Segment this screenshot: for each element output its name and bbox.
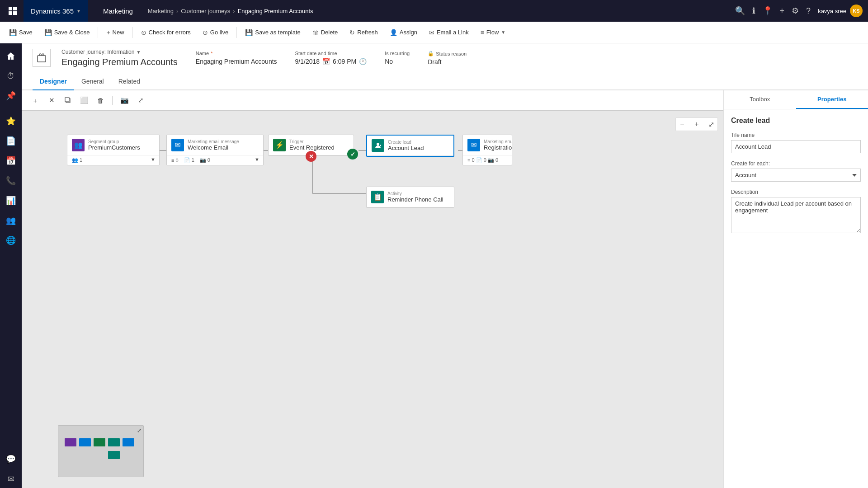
node-name-4: Account Lead (388, 145, 424, 151)
recurring-value: No (385, 58, 410, 65)
grid-menu-icon[interactable] (5, 4, 20, 18)
flow-node-trigger[interactable]: ⚡ Trigger Event Registered ✓ ✕ (268, 135, 354, 156)
node-icon-trigger: ⚡ (273, 139, 286, 151)
panel-tab-toolbox[interactable]: Toolbox (724, 90, 796, 109)
create-for-select[interactable]: Account Contact Lead (731, 169, 861, 182)
sidebar-item-messages[interactable]: 💬 (2, 450, 20, 468)
calendar-icon[interactable]: 📅 (322, 58, 330, 65)
app-title[interactable]: Dynamics 365 ▼ (24, 0, 88, 22)
node-name-3: Event Registered (289, 144, 335, 151)
save-button[interactable]: 💾 Save (4, 24, 38, 41)
sidebar-item-pin[interactable]: 📌 (2, 87, 20, 105)
mini-map-resize[interactable]: ⤢ (137, 427, 142, 434)
main-layout: ⏱ 📌 ⭐ 📄 📅 📞 📊 👥 🌐 💬 ✉ (0, 43, 868, 488)
settings-icon[interactable]: ⚙ (792, 6, 799, 16)
sidebar-item-email[interactable]: ✉ (2, 470, 20, 488)
breadcrumb-customer-journeys[interactable]: Customer journeys (181, 8, 230, 14)
save-template-button[interactable]: 💾 Save as template (240, 24, 306, 41)
fullscreen-button[interactable]: ⤢ (134, 94, 147, 107)
help-icon[interactable]: ? (806, 6, 811, 16)
breadcrumb-marketing[interactable]: Marketing (148, 8, 174, 14)
zoom-out-button[interactable]: − (676, 118, 689, 131)
node-icon-segment: 👥 (72, 139, 85, 151)
assign-button[interactable]: 👤 Assign (384, 24, 423, 41)
flow-node-registration[interactable]: ✉ Marketing em... Registration ≡ 0 📄 0 📷… (462, 135, 512, 165)
delete-button[interactable]: 🗑 Delete (307, 24, 344, 41)
svg-rect-1 (13, 7, 17, 10)
panel-content: Create lead Tile name Create for each: A… (724, 109, 868, 488)
go-live-button[interactable]: ⊙ Go live (197, 24, 234, 41)
node-name-1: PremiumCustomers (88, 144, 140, 151)
svg-rect-3 (13, 11, 17, 15)
location-icon[interactable]: 📍 (763, 6, 773, 16)
cmd-sep2 (132, 27, 133, 38)
panel-tab-properties[interactable]: Properties (796, 90, 868, 109)
email-link-button[interactable]: ✉ Email a Link (424, 24, 474, 41)
flow-button[interactable]: ≡ Flow ▼ (475, 24, 511, 41)
node-icon-email: ✉ (171, 139, 184, 151)
user-menu[interactable]: kavya sree KS (818, 5, 863, 17)
node-text-1: Segment group PremiumCustomers (88, 139, 140, 151)
recurring-label: Is recurring (385, 51, 410, 56)
entity-type-text: Customer journey: Information (61, 49, 134, 55)
cut-button[interactable]: ✕ (45, 94, 58, 107)
tabs: Designer General Related (22, 73, 868, 90)
entity-type-chevron: ▼ (136, 50, 141, 55)
sidebar-item-calendar[interactable]: 📅 (2, 152, 20, 170)
node-type-3: Trigger (289, 139, 335, 144)
clock-icon[interactable]: 🕐 (359, 58, 367, 65)
mini-node-6 (108, 451, 120, 459)
cmd-sep1 (98, 27, 98, 38)
svg-rect-2 (9, 11, 12, 15)
sidebar-item-leads[interactable]: ⭐ (2, 112, 20, 130)
node-dropdown-2[interactable]: ▼ (255, 157, 259, 162)
panel-tabs: Toolbox Properties (724, 90, 868, 109)
screenshot-button[interactable]: 📷 (118, 94, 131, 107)
description-label: Description (731, 189, 861, 195)
mini-map: ⤢ (58, 425, 144, 477)
zoom-fit-button[interactable]: ⤢ (705, 118, 717, 131)
sidebar-item-contacts[interactable]: 📄 (2, 132, 20, 150)
node-name-6: Reminder Phone Call (387, 196, 443, 203)
refresh-button[interactable]: ↻ Refresh (344, 24, 383, 41)
check-errors-button[interactable]: ⊙ Check for errors (136, 24, 196, 41)
add-node-button[interactable]: + (29, 94, 42, 107)
paste-button[interactable]: ⬜ (78, 94, 90, 107)
tab-designer[interactable]: Designer (33, 73, 74, 90)
flow-node-email[interactable]: ✉ Marketing email message Welcome Email … (166, 135, 264, 165)
node-dropdown-1[interactable]: ▼ (151, 157, 156, 162)
new-button[interactable]: + New (101, 24, 129, 41)
delete-node-button[interactable]: 🗑 (94, 94, 107, 107)
status-label: 🔒 Status reason (428, 51, 467, 56)
info-icon[interactable]: ℹ (752, 6, 755, 16)
tab-related[interactable]: Related (111, 73, 147, 90)
sidebar-item-phone[interactable]: 📞 (2, 172, 20, 190)
copy-button[interactable] (61, 94, 74, 107)
add-icon[interactable]: + (780, 6, 785, 16)
sidebar-item-charts[interactable]: 📊 (2, 192, 20, 210)
sidebar-item-recent[interactable]: ⏱ (2, 67, 20, 85)
sidebar-item-home[interactable] (2, 47, 20, 65)
description-textarea[interactable]: Create individual Lead per account based… (731, 197, 861, 233)
flow-node-segment-group[interactable]: 👥 Segment group PremiumCustomers 👥 1 ▼ (67, 135, 160, 165)
avatar: KS (850, 5, 863, 17)
search-icon[interactable]: 🔍 (735, 6, 745, 16)
svg-point-13 (377, 143, 379, 145)
flow-node-activity[interactable]: 📋 Activity Reminder Phone Call (366, 187, 454, 208)
save-close-button[interactable]: 💾 Save & Close (39, 24, 95, 41)
nav-divider (92, 5, 92, 16)
zoom-in-button[interactable]: + (690, 118, 703, 131)
right-panel: Toolbox Properties Create lead Tile name… (723, 90, 868, 488)
assign-icon: 👤 (390, 29, 397, 36)
flow-node-create-lead[interactable]: Create lead Account Lead (366, 135, 454, 157)
lock-icon: 🔒 (428, 51, 434, 56)
mini-node-5 (123, 438, 134, 446)
node-name-5: Registration (484, 144, 512, 151)
save-template-icon: 💾 (245, 29, 253, 36)
flow-canvas[interactable]: 👥 Segment group PremiumCustomers 👥 1 ▼ (22, 112, 723, 488)
tile-name-input[interactable] (731, 140, 861, 153)
entity-type[interactable]: Customer journey: Information ▼ (61, 49, 178, 55)
sidebar-item-globe[interactable]: 🌐 (2, 231, 20, 249)
sidebar-item-users[interactable]: 👥 (2, 211, 20, 230)
tab-general[interactable]: General (74, 73, 111, 90)
